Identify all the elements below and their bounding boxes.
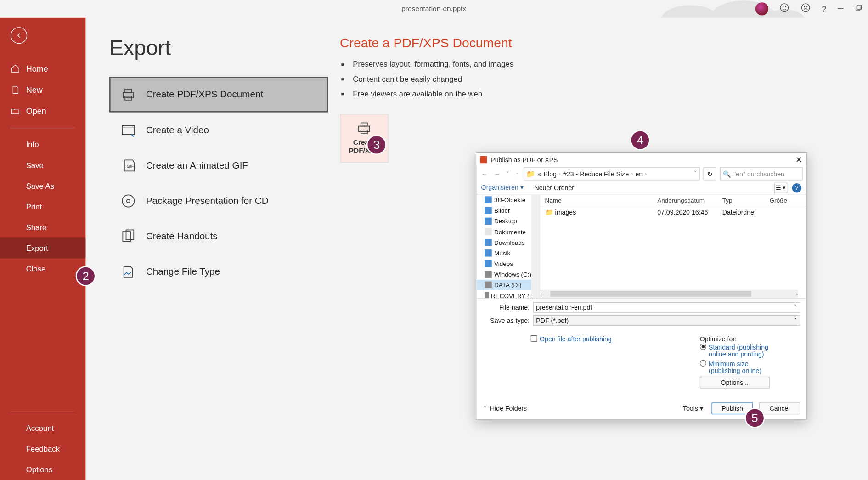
nav-options[interactable]: Options xyxy=(0,459,86,480)
radio-minimum[interactable]: Minimum size (publishing online) xyxy=(700,360,800,374)
frown-icon[interactable] xyxy=(800,2,811,15)
new-folder-button[interactable]: Neuer Ordner xyxy=(535,184,575,191)
chevron-down-icon[interactable]: ˅ xyxy=(794,316,797,324)
organise-menu[interactable]: Organisieren ▾ xyxy=(481,184,524,192)
annotation-badge-2: 2 xyxy=(76,266,96,286)
svg-point-0 xyxy=(780,4,788,11)
savetype-field[interactable]: PDF (*.pdf) ˅ xyxy=(533,315,800,326)
nav-back-icon[interactable]: ← xyxy=(480,170,489,177)
nav-divider xyxy=(11,128,75,128)
dialog-addressbar: ← → ˅ ↑ 📁 « Blog› #23 - Reduce File Size… xyxy=(476,166,806,181)
nav-save[interactable]: Save xyxy=(0,155,86,175)
filename-field[interactable]: presentation-en.pdf ˅ xyxy=(533,302,800,313)
svg-point-4 xyxy=(804,6,805,7)
nav-forward-icon[interactable]: → xyxy=(492,170,501,177)
chevron-down-icon[interactable]: ˅ xyxy=(694,171,697,177)
refresh-button[interactable]: ↻ xyxy=(704,167,716,180)
publish-dialog: Publish as PDF or XPS ✕ ← → ˅ ↑ 📁 « Blog… xyxy=(476,152,807,420)
nav-export[interactable]: Export xyxy=(0,237,86,258)
tree-item-videos[interactable]: Videos xyxy=(476,258,540,269)
backstage-sidebar: Home New Open Info Save Save As Print Sh… xyxy=(0,18,86,480)
nav-share[interactable]: Share xyxy=(0,217,86,237)
svg-point-1 xyxy=(783,6,783,7)
nav-home[interactable]: Home xyxy=(0,58,86,79)
cancel-button[interactable]: Cancel xyxy=(759,402,800,414)
folder-icon: 📁 xyxy=(526,169,535,178)
page-title: Export xyxy=(109,35,328,60)
svg-point-3 xyxy=(802,4,810,11)
nav-saveas[interactable]: Save As xyxy=(0,175,86,196)
hide-folders-toggle[interactable]: ⌃ Hide Folders xyxy=(482,405,527,412)
view-mode-button[interactable]: ☰ ▾ xyxy=(774,182,787,193)
tree-item-musik[interactable]: Musik xyxy=(476,248,540,258)
export-option-cd[interactable]: Package Presentation for CD xyxy=(109,183,328,219)
file-icon xyxy=(11,85,20,95)
nav-new[interactable]: New xyxy=(0,79,86,100)
nav-dropdown-icon[interactable]: ˅ xyxy=(505,170,511,178)
export-option-filetype[interactable]: Change File Type xyxy=(109,254,328,289)
nav-account[interactable]: Account xyxy=(0,418,86,439)
folder-open-icon xyxy=(11,107,20,116)
nav-close[interactable]: Close xyxy=(0,258,86,279)
options-button[interactable]: Options... xyxy=(700,377,770,389)
restore-icon[interactable] xyxy=(855,4,862,14)
open-after-label[interactable]: Open file after publishing xyxy=(540,335,612,342)
bullet-2: Content can't be easily changed xyxy=(340,72,844,86)
folder-tree[interactable]: 3D-Objekte Bilder Desktop Dokumente Down… xyxy=(476,194,540,298)
tree-item-e[interactable]: RECOVERY (E:) xyxy=(476,290,540,298)
search-placeholder: "en" durchsuchen xyxy=(733,170,784,177)
back-button[interactable] xyxy=(11,27,27,44)
tree-item-downloads[interactable]: Downloads xyxy=(476,237,540,248)
nav-home-label: Home xyxy=(26,64,48,73)
tree-item-c[interactable]: Windows (C:) xyxy=(476,269,540,280)
search-icon: 🔍 xyxy=(723,170,731,178)
export-option-gif[interactable]: GIF Create an Animated GIF xyxy=(109,148,328,183)
tools-menu[interactable]: Tools ▾ xyxy=(683,405,704,412)
user-avatar[interactable] xyxy=(755,2,768,15)
file-list-header[interactable]: Name Änderungsdatum Typ Größe xyxy=(540,194,806,206)
dialog-title: Publish as PDF or XPS xyxy=(490,156,558,163)
export-option-pdf[interactable]: Create PDF/XPS Document xyxy=(109,77,328,112)
col-type[interactable]: Typ xyxy=(717,197,765,203)
nav-print[interactable]: Print xyxy=(0,196,86,217)
close-icon[interactable]: ✕ xyxy=(795,155,802,164)
chevron-down-icon[interactable]: ˅ xyxy=(794,304,797,311)
col-name[interactable]: Name xyxy=(540,197,653,203)
tree-item-d[interactable]: DATA (D:) xyxy=(476,280,540,290)
document-title: presentation-en.pptx xyxy=(401,5,466,13)
file-row-date: 07.09.2020 16:46 xyxy=(653,209,718,216)
titlebar-controls: ? xyxy=(755,2,862,15)
svg-rect-15 xyxy=(122,126,134,135)
export-option-video[interactable]: Create a Video xyxy=(109,113,328,148)
home-icon xyxy=(11,64,20,73)
svg-point-18 xyxy=(122,195,134,207)
file-list[interactable]: Name Änderungsdatum Typ Größe 📁 images 0… xyxy=(540,194,806,298)
file-row[interactable]: 📁 images 07.09.2020 16:46 Dateiordner xyxy=(540,206,806,219)
nav-up-icon[interactable]: ↑ xyxy=(514,170,520,177)
tree-scrollbar[interactable] xyxy=(531,194,540,298)
smile-icon[interactable] xyxy=(779,2,790,15)
radio-standard[interactable]: Standard (publishing online and printing… xyxy=(700,344,800,358)
col-date[interactable]: Änderungsdatum xyxy=(653,197,718,203)
search-input[interactable]: 🔍 "en" durchsuchen xyxy=(720,167,803,180)
open-after-checkbox[interactable] xyxy=(531,335,537,342)
radio-minimum-button[interactable] xyxy=(700,360,706,367)
minimize-icon[interactable] xyxy=(837,4,844,14)
printer-icon xyxy=(356,122,372,135)
path-breadcrumb[interactable]: 📁 « Blog› #23 - Reduce File Size› en› ˅ xyxy=(524,167,700,180)
export-option-handouts[interactable]: Create Handouts xyxy=(109,219,328,254)
help-icon[interactable]: ? xyxy=(822,4,826,14)
export-option-filetype-label: Change File Type xyxy=(146,266,220,277)
tree-item-desktop[interactable]: Desktop xyxy=(476,216,540,226)
tree-item-3d[interactable]: 3D-Objekte xyxy=(476,194,540,205)
col-size[interactable]: Größe xyxy=(765,197,806,203)
radio-standard-button[interactable] xyxy=(700,344,706,350)
nav-info[interactable]: Info xyxy=(0,134,86,155)
horizontal-scrollbar[interactable]: ‹ › xyxy=(540,290,798,298)
nav-divider-bottom xyxy=(11,412,75,412)
tree-item-bilder[interactable]: Bilder xyxy=(476,205,540,216)
tree-item-dokumente[interactable]: Dokumente xyxy=(476,226,540,237)
help-icon[interactable]: ? xyxy=(792,183,802,192)
nav-open[interactable]: Open xyxy=(0,101,86,122)
nav-feedback[interactable]: Feedback xyxy=(0,439,86,459)
